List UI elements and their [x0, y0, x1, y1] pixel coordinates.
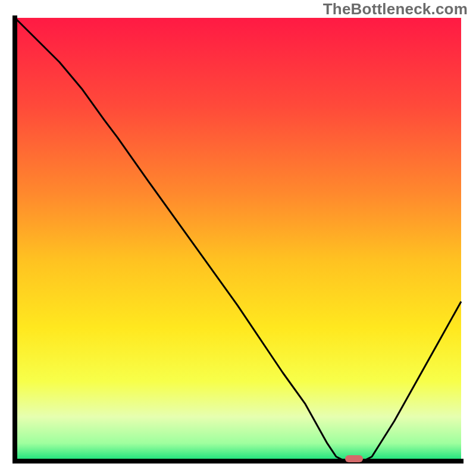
- plot-background: [15, 18, 461, 461]
- chart-container: TheBottleneck.com: [0, 0, 476, 476]
- chart-svg: [0, 0, 476, 476]
- highlight-marker: [345, 455, 363, 462]
- watermark-text: TheBottleneck.com: [323, 0, 468, 18]
